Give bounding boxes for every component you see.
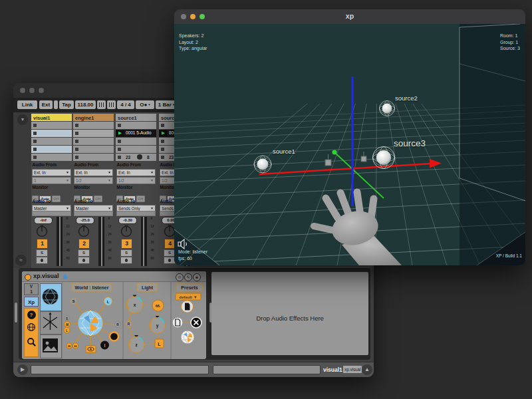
clip-slot[interactable] — [116, 122, 156, 129]
clip-stop-button[interactable] — [118, 156, 122, 160]
track-activator-button[interactable]: 2 — [78, 239, 90, 249]
clip-stop-button[interactable] — [161, 140, 165, 144]
clip-stop-button[interactable] — [33, 132, 37, 136]
record-ring-button[interactable] — [110, 332, 118, 341]
monitor-off-button[interactable]: Off — [52, 196, 61, 202]
clip-slot[interactable] — [116, 146, 156, 153]
clip-play-icon[interactable]: ▶ — [116, 130, 124, 136]
track-title[interactable]: visual1 — [31, 114, 72, 121]
clip-pan-knob[interactable] — [137, 154, 142, 160]
clip-slot[interactable] — [116, 138, 156, 145]
clip-stop-button[interactable] — [33, 124, 37, 128]
nudge-up-icon[interactable] — [107, 100, 116, 109]
track-title[interactable]: source1 — [116, 114, 156, 121]
ext-button[interactable]: Ext — [39, 100, 53, 109]
preview-play-icon[interactable]: ▶ — [17, 364, 28, 375]
close-button[interactable] — [20, 88, 25, 93]
clip-stop-button[interactable] — [33, 148, 37, 152]
input-type-chooser[interactable]: Ext. In▼ — [32, 169, 71, 176]
edit-device-icon[interactable]: ✎ — [184, 273, 192, 281]
help-button[interactable]: ? — [27, 311, 36, 319]
arm-button[interactable] — [120, 257, 132, 264]
clip-slot[interactable] — [31, 146, 72, 153]
globe-icon[interactable] — [27, 323, 36, 332]
track-activator-button[interactable]: 3 — [121, 239, 132, 249]
clip-stop-button[interactable] — [161, 124, 165, 128]
input-type-chooser[interactable]: Ext. In▼ — [116, 169, 156, 176]
clip-slot[interactable] — [31, 138, 72, 145]
solo-button[interactable]: S — [36, 249, 48, 257]
arm-button[interactable] — [36, 257, 48, 264]
clip-slot[interactable] — [73, 154, 114, 161]
z-axis-handle[interactable] — [332, 150, 336, 154]
clip-slot[interactable]: 238 — [116, 154, 156, 161]
load-preset-icon[interactable] — [172, 317, 183, 328]
minimize-button[interactable] — [29, 88, 35, 93]
monitor-off-button[interactable]: Off — [94, 196, 102, 202]
clip-stop-button[interactable] — [118, 148, 122, 152]
clip-stop-button[interactable] — [75, 140, 79, 144]
volume-field[interactable]: -Inf — [34, 217, 53, 224]
pan-knob[interactable] — [77, 224, 90, 240]
volume-field[interactable]: -25.0 — [76, 217, 94, 224]
sphere-view-button[interactable] — [40, 283, 62, 311]
xp-titlebar[interactable]: xp — [174, 9, 525, 25]
clip-stop-button[interactable] — [33, 140, 37, 144]
input-channel-chooser[interactable]: 1/2▼ — [116, 177, 156, 184]
clip-stop-button[interactable] — [161, 156, 165, 160]
clip-slot[interactable] — [31, 130, 72, 137]
link-button[interactable]: Link — [17, 100, 37, 109]
magnifier-icon[interactable] — [27, 337, 37, 347]
clip-slot[interactable] — [73, 138, 114, 145]
clip-stop-button[interactable] — [161, 148, 165, 152]
clip-stop-button[interactable] — [75, 156, 79, 160]
light-y-knob[interactable]: y — [150, 316, 166, 334]
tap-tempo-button[interactable]: Tap — [59, 100, 74, 109]
arm-button[interactable] — [78, 257, 90, 264]
hot-swap-icon[interactable]: ⊜ — [176, 273, 184, 281]
pan-knob[interactable] — [35, 224, 49, 240]
expand-icon[interactable]: ▲ — [362, 364, 372, 375]
device-view-scroll-handle[interactable] — [15, 303, 17, 323]
volume-field[interactable]: -0.30 — [118, 217, 137, 224]
clip-slot[interactable] — [73, 146, 114, 153]
clip-slot[interactable] — [31, 122, 72, 129]
nudge-down-icon[interactable] — [97, 100, 106, 109]
clip-play-icon[interactable]: ▶ — [160, 130, 167, 136]
track-activator-button[interactable]: 1 — [37, 239, 48, 249]
xp-tab-button[interactable]: Xp — [24, 297, 39, 307]
xp-3d-viewport[interactable]: Speakers: 2 Layout: 2 Type: angular Room… — [174, 24, 525, 265]
solo-button[interactable]: S — [120, 249, 132, 257]
clip-slot[interactable] — [73, 122, 114, 129]
playing-clip[interactable]: ▶0001 5-Audio — [116, 130, 156, 137]
clip-stop-button[interactable] — [33, 156, 37, 160]
input-channel-chooser[interactable]: 1▼ — [32, 177, 71, 184]
image-view-button[interactable] — [40, 334, 62, 358]
input-type-chooser[interactable]: Ext. In▼ — [74, 169, 113, 176]
drop-audio-effects-zone[interactable]: Drop Audio Effects Here — [211, 272, 368, 355]
groove-amount[interactable]: O●▾ — [136, 100, 154, 109]
save-preset-icon[interactable]: ■ — [193, 273, 201, 281]
solo-button[interactable]: S — [78, 249, 90, 257]
clip-stop-button[interactable] — [118, 124, 122, 128]
version-button[interactable]: V1 — [24, 283, 39, 295]
time-signature-field[interactable]: 4 / 4 — [117, 100, 134, 109]
axes-view-button[interactable] — [40, 311, 62, 334]
listener-sphere-icon[interactable] — [78, 311, 103, 336]
track-title[interactable]: engine1 — [73, 114, 114, 121]
clip-slot[interactable] — [73, 130, 114, 137]
selected-device-label[interactable]: xp.visual — [343, 366, 362, 373]
clip-stop-button[interactable] — [75, 132, 79, 136]
tempo-field[interactable]: 118.00 — [75, 100, 96, 109]
delete-preset-button[interactable] — [191, 317, 201, 328]
clip-stop-button[interactable] — [118, 140, 122, 144]
monitor-off-button[interactable]: Off — [136, 196, 145, 202]
light-z-knob[interactable]: z — [128, 335, 144, 353]
device-titlebar[interactable]: xp.visual ⊜ ✎ ■ — [22, 271, 206, 282]
zoom-button[interactable] — [39, 88, 44, 93]
input-channel-chooser[interactable]: 1/2▼ — [74, 177, 113, 184]
eye-button[interactable] — [86, 346, 96, 353]
pan-knob[interactable] — [120, 224, 133, 240]
clip-slot[interactable] — [31, 154, 72, 161]
collapse-arrow-icon[interactable]: ▼ — [17, 114, 28, 125]
